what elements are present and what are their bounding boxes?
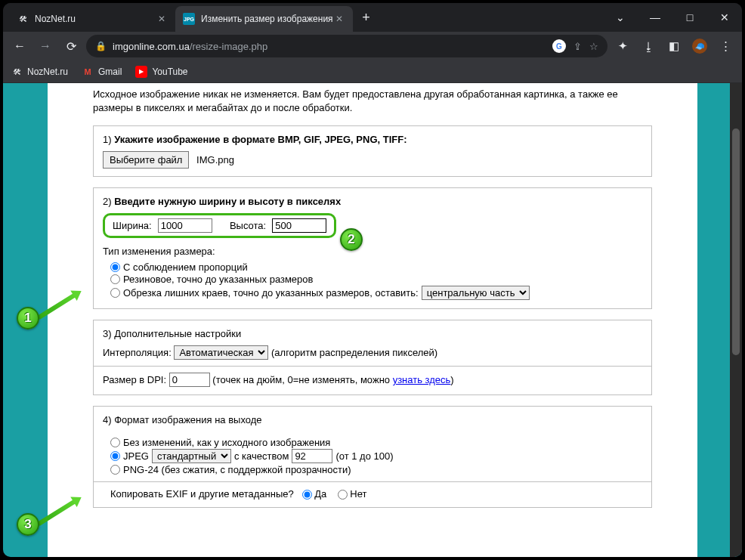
vertical-scrollbar[interactable]: [730, 83, 742, 557]
titlebar: 🛠 NozNet.ru ✕ JPG Изменить размер изобра…: [3, 3, 742, 32]
format-radio-png[interactable]: PNG-24 (без сжатия, с поддержкой прозрач…: [110, 464, 642, 475]
format-radio-jpeg[interactable]: JPEG стандартный с качеством (от 1 до 10…: [110, 449, 642, 463]
interpolation-select[interactable]: Автоматическая: [174, 345, 268, 360]
bookmarks-bar: 🛠 NozNet.ru M Gmail ▶ YouTube: [3, 60, 742, 83]
annotation-badge-3: 3: [17, 513, 39, 536]
step2-block: 2) Введите нужную ширину и высоту в пикс…: [93, 187, 652, 309]
radio-input[interactable]: [110, 274, 120, 284]
browser-toolbar: ← → ⟳ 🔒 imgonline.com.ua/resize-image.ph…: [3, 32, 742, 60]
step1-block: 1) Укажите изображение в формате BMP, GI…: [93, 125, 652, 177]
step2-title: 2) Введите нужную ширину и высоту в пикс…: [103, 196, 642, 207]
bookmark-label: YouTube: [152, 67, 187, 77]
maximize-button[interactable]: □: [672, 3, 707, 32]
resize-radio-stretch[interactable]: Резиновое, точно до указанных размеров: [110, 274, 642, 285]
radio-input[interactable]: [110, 288, 120, 298]
bookmark-item[interactable]: M Gmail: [82, 66, 122, 78]
tab-title: NozNet.ru: [35, 14, 156, 24]
menu-icon[interactable]: ⋮: [715, 36, 736, 57]
share-icon[interactable]: ⇪: [573, 41, 582, 52]
url-path: /resize-image.php: [190, 41, 267, 52]
bookmark-item[interactable]: ▶ YouTube: [135, 66, 187, 78]
browser-tab[interactable]: 🛠 NozNet.ru ✕: [9, 6, 175, 32]
bookmark-label: Gmail: [98, 67, 122, 77]
resize-radio-proportional[interactable]: С соблюдением пропорций: [110, 261, 642, 273]
close-icon[interactable]: ✕: [333, 14, 345, 24]
dimensions-row: Ширина: Высота:: [103, 213, 336, 238]
lock-icon: 🔒: [95, 41, 107, 51]
crop-position-select[interactable]: центральную часть: [422, 286, 530, 300]
bookmark-label: NozNet.ru: [27, 67, 68, 77]
step3-block: 3) Дополнительные настройки Интерполяция…: [93, 320, 652, 395]
page-viewport: Исходное изображение никак не изменяется…: [3, 83, 742, 557]
chevron-down-icon[interactable]: ⌄: [603, 3, 638, 32]
download-icon[interactable]: ⭳: [638, 36, 659, 57]
jpeg-type-select[interactable]: стандартный: [152, 449, 231, 463]
dpi-hint: (точек на дюйм, 0=не изменять, можно: [212, 374, 392, 385]
profile-avatar[interactable]: 🧢: [689, 36, 710, 57]
resize-type-label: Тип изменения размера:: [103, 246, 642, 257]
new-tab-button[interactable]: +: [356, 10, 377, 26]
exif-label: Копировать EXIF и другие метаданные?: [110, 488, 294, 500]
google-icon[interactable]: G: [552, 39, 566, 53]
height-input[interactable]: [272, 218, 326, 233]
exif-yes-radio[interactable]: [302, 490, 312, 500]
exif-no-radio[interactable]: [338, 490, 348, 500]
step4-title: 4) Формат изображения на выходе: [103, 414, 642, 425]
dpi-help-link[interactable]: узнать здесь: [393, 374, 451, 385]
minimize-button[interactable]: —: [638, 3, 672, 32]
step1-title: 1) Укажите изображение в формате BMP, GI…: [103, 134, 642, 145]
reload-button[interactable]: ⟳: [60, 36, 82, 57]
address-bar[interactable]: 🔒 imgonline.com.ua/resize-image.php G ⇪ …: [86, 35, 607, 57]
side-panel-icon[interactable]: ◧: [663, 36, 685, 57]
intro-text: Исходное изображение никак не изменяется…: [93, 88, 652, 115]
height-label: Высота:: [230, 220, 266, 231]
tab-title: Изменить размер изображения: [201, 14, 333, 24]
tab-favicon: JPG: [183, 13, 195, 25]
resize-radio-crop[interactable]: Обрезка лишних краев, точно до указанных…: [110, 286, 642, 300]
page-content[interactable]: Исходное изображение никак не изменяется…: [48, 83, 697, 557]
scrollbar-thumb[interactable]: [732, 128, 740, 355]
gmail-icon: M: [82, 66, 94, 78]
close-window-button[interactable]: ✕: [707, 3, 742, 32]
forward-button: →: [35, 36, 56, 57]
jpeg-quality-input[interactable]: [292, 449, 332, 463]
back-button[interactable]: ←: [9, 36, 30, 57]
interp-hint: (алгоритм распределения пикселей): [271, 347, 437, 358]
selected-filename: IMG.png: [196, 154, 234, 166]
annotation-badge-2: 2: [340, 228, 363, 251]
format-radio-original[interactable]: Без изменений, как у исходного изображен…: [110, 437, 642, 448]
browser-tab[interactable]: JPG Изменить размер изображения ✕: [175, 6, 353, 32]
star-icon[interactable]: ☆: [589, 41, 598, 52]
radio-input[interactable]: [110, 465, 120, 475]
youtube-icon: ▶: [135, 66, 147, 78]
dpi-label: Размер в DPI:: [103, 374, 166, 385]
close-icon[interactable]: ✕: [156, 14, 168, 24]
radio-input[interactable]: [110, 451, 120, 461]
bookmark-item[interactable]: 🛠 NozNet.ru: [11, 66, 68, 78]
interp-label: Интерполяция:: [103, 347, 172, 358]
extensions-icon[interactable]: ✦: [612, 36, 633, 57]
dpi-input[interactable]: [169, 373, 210, 387]
tab-favicon: 🛠: [17, 13, 29, 25]
choose-file-button[interactable]: Выберите файл: [103, 151, 189, 169]
bookmark-icon: 🛠: [11, 66, 23, 78]
width-label: Ширина:: [113, 220, 152, 231]
width-input[interactable]: [158, 218, 212, 233]
radio-input[interactable]: [110, 438, 120, 447]
step4-block: 4) Формат изображения на выходе Без изме…: [93, 406, 652, 508]
url-host: imgonline.com.ua: [113, 41, 190, 52]
radio-input[interactable]: [110, 262, 120, 272]
step3-title: 3) Дополнительные настройки: [103, 328, 642, 339]
annotation-badge-1: 1: [17, 307, 39, 330]
